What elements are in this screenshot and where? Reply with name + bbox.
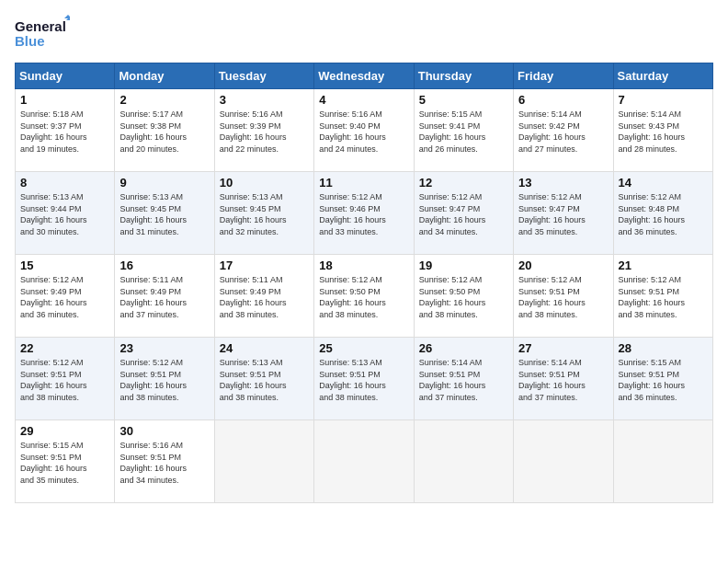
day-number: 29 xyxy=(20,424,109,438)
day-number: 5 xyxy=(419,93,508,107)
day-info: Sunrise: 5:14 AM Sunset: 9:43 PM Dayligh… xyxy=(619,109,708,155)
day-info: Sunrise: 5:16 AM Sunset: 9:51 PM Dayligh… xyxy=(119,440,209,486)
calendar-header-row: SundayMondayTuesdayWednesdayThursdayFrid… xyxy=(16,63,713,89)
calendar-cell: 23Sunrise: 5:12 AM Sunset: 9:51 PM Dayli… xyxy=(115,338,214,420)
day-number: 15 xyxy=(20,259,109,272)
day-info: Sunrise: 5:11 AM Sunset: 9:49 PM Dayligh… xyxy=(220,274,309,320)
calendar-cell: 12Sunrise: 5:12 AM Sunset: 9:47 PM Dayli… xyxy=(414,172,513,255)
day-number: 27 xyxy=(518,341,608,355)
logo: General Blue xyxy=(15,15,70,52)
day-info: Sunrise: 5:14 AM Sunset: 9:51 PM Dayligh… xyxy=(419,357,508,403)
day-info: Sunrise: 5:12 AM Sunset: 9:50 PM Dayligh… xyxy=(319,274,408,320)
logo-svg: General Blue xyxy=(15,15,70,52)
calendar-cell: 1Sunrise: 5:18 AM Sunset: 9:37 PM Daylig… xyxy=(16,89,115,172)
day-number: 28 xyxy=(619,341,708,355)
col-header-thursday: Thursday xyxy=(414,63,513,89)
day-info: Sunrise: 5:13 AM Sunset: 9:44 PM Dayligh… xyxy=(20,191,109,237)
day-info: Sunrise: 5:13 AM Sunset: 9:51 PM Dayligh… xyxy=(319,357,408,403)
calendar-cell: 10Sunrise: 5:13 AM Sunset: 9:45 PM Dayli… xyxy=(214,172,313,255)
calendar-cell: 11Sunrise: 5:12 AM Sunset: 9:46 PM Dayli… xyxy=(314,172,414,255)
calendar-cell: 3Sunrise: 5:16 AM Sunset: 9:39 PM Daylig… xyxy=(214,89,313,172)
day-number: 21 xyxy=(619,259,708,272)
day-info: Sunrise: 5:12 AM Sunset: 9:51 PM Dayligh… xyxy=(518,274,608,320)
calendar-cell: 26Sunrise: 5:14 AM Sunset: 9:51 PM Dayli… xyxy=(414,338,513,420)
calendar-cell: 8Sunrise: 5:13 AM Sunset: 9:44 PM Daylig… xyxy=(16,172,115,255)
day-number: 16 xyxy=(119,259,209,272)
day-info: Sunrise: 5:12 AM Sunset: 9:46 PM Dayligh… xyxy=(319,191,408,237)
day-info: Sunrise: 5:18 AM Sunset: 9:37 PM Dayligh… xyxy=(20,109,109,155)
calendar-cell: 5Sunrise: 5:15 AM Sunset: 9:41 PM Daylig… xyxy=(414,89,513,172)
calendar-week-3: 15Sunrise: 5:12 AM Sunset: 9:49 PM Dayli… xyxy=(16,255,713,338)
day-number: 9 xyxy=(119,176,209,190)
calendar-cell: 25Sunrise: 5:13 AM Sunset: 9:51 PM Dayli… xyxy=(314,338,414,420)
calendar-cell: 6Sunrise: 5:14 AM Sunset: 9:42 PM Daylig… xyxy=(514,89,613,172)
day-number: 19 xyxy=(419,259,508,272)
calendar-week-1: 1Sunrise: 5:18 AM Sunset: 9:37 PM Daylig… xyxy=(16,89,713,172)
calendar-cell xyxy=(613,420,712,503)
calendar-cell xyxy=(414,420,513,503)
calendar-cell xyxy=(214,420,313,503)
day-info: Sunrise: 5:15 AM Sunset: 9:51 PM Dayligh… xyxy=(619,357,708,403)
calendar-cell: 21Sunrise: 5:12 AM Sunset: 9:51 PM Dayli… xyxy=(613,255,712,338)
col-header-wednesday: Wednesday xyxy=(314,63,414,89)
calendar-week-4: 22Sunrise: 5:12 AM Sunset: 9:51 PM Dayli… xyxy=(16,338,713,420)
calendar-cell xyxy=(314,420,414,503)
day-number: 14 xyxy=(619,176,708,190)
calendar-cell: 16Sunrise: 5:11 AM Sunset: 9:49 PM Dayli… xyxy=(115,255,214,338)
calendar-cell: 28Sunrise: 5:15 AM Sunset: 9:51 PM Dayli… xyxy=(613,338,712,420)
calendar-table: SundayMondayTuesdayWednesdayThursdayFrid… xyxy=(15,63,713,503)
day-info: Sunrise: 5:17 AM Sunset: 9:38 PM Dayligh… xyxy=(119,109,209,155)
svg-text:Blue: Blue xyxy=(15,33,45,49)
day-info: Sunrise: 5:15 AM Sunset: 9:41 PM Dayligh… xyxy=(419,109,508,155)
day-info: Sunrise: 5:12 AM Sunset: 9:50 PM Dayligh… xyxy=(419,274,508,320)
day-info: Sunrise: 5:16 AM Sunset: 9:39 PM Dayligh… xyxy=(220,109,309,155)
day-info: Sunrise: 5:11 AM Sunset: 9:49 PM Dayligh… xyxy=(119,274,209,320)
day-number: 24 xyxy=(220,341,309,355)
day-info: Sunrise: 5:14 AM Sunset: 9:42 PM Dayligh… xyxy=(518,109,608,155)
col-header-sunday: Sunday xyxy=(16,63,115,89)
day-number: 26 xyxy=(419,341,508,355)
day-number: 20 xyxy=(518,259,608,272)
day-info: Sunrise: 5:12 AM Sunset: 9:47 PM Dayligh… xyxy=(518,191,608,237)
day-info: Sunrise: 5:12 AM Sunset: 9:48 PM Dayligh… xyxy=(619,191,708,237)
day-info: Sunrise: 5:12 AM Sunset: 9:51 PM Dayligh… xyxy=(119,357,209,403)
calendar-cell: 13Sunrise: 5:12 AM Sunset: 9:47 PM Dayli… xyxy=(514,172,613,255)
day-number: 11 xyxy=(319,176,408,190)
calendar-cell: 15Sunrise: 5:12 AM Sunset: 9:49 PM Dayli… xyxy=(16,255,115,338)
day-info: Sunrise: 5:12 AM Sunset: 9:47 PM Dayligh… xyxy=(419,191,508,237)
day-info: Sunrise: 5:12 AM Sunset: 9:51 PM Dayligh… xyxy=(20,357,109,403)
day-info: Sunrise: 5:14 AM Sunset: 9:51 PM Dayligh… xyxy=(518,357,608,403)
calendar-cell: 9Sunrise: 5:13 AM Sunset: 9:45 PM Daylig… xyxy=(115,172,214,255)
day-number: 23 xyxy=(119,341,209,355)
day-info: Sunrise: 5:13 AM Sunset: 9:45 PM Dayligh… xyxy=(220,191,309,237)
calendar-cell: 2Sunrise: 5:17 AM Sunset: 9:38 PM Daylig… xyxy=(115,89,214,172)
day-number: 18 xyxy=(319,259,408,272)
day-info: Sunrise: 5:12 AM Sunset: 9:51 PM Dayligh… xyxy=(619,274,708,320)
col-header-tuesday: Tuesday xyxy=(214,63,313,89)
calendar-cell: 4Sunrise: 5:16 AM Sunset: 9:40 PM Daylig… xyxy=(314,89,414,172)
calendar-cell: 17Sunrise: 5:11 AM Sunset: 9:49 PM Dayli… xyxy=(214,255,313,338)
day-number: 2 xyxy=(119,93,209,107)
day-number: 25 xyxy=(319,341,408,355)
col-header-saturday: Saturday xyxy=(613,63,712,89)
day-info: Sunrise: 5:13 AM Sunset: 9:45 PM Dayligh… xyxy=(119,191,209,237)
calendar-cell: 20Sunrise: 5:12 AM Sunset: 9:51 PM Dayli… xyxy=(514,255,613,338)
day-number: 1 xyxy=(20,93,109,107)
day-number: 8 xyxy=(20,176,109,190)
calendar-cell: 18Sunrise: 5:12 AM Sunset: 9:50 PM Dayli… xyxy=(314,255,414,338)
day-number: 13 xyxy=(518,176,608,190)
day-number: 22 xyxy=(20,341,109,355)
day-number: 12 xyxy=(419,176,508,190)
calendar-cell: 7Sunrise: 5:14 AM Sunset: 9:43 PM Daylig… xyxy=(613,89,712,172)
day-number: 10 xyxy=(220,176,309,190)
day-number: 3 xyxy=(220,93,309,107)
calendar-cell: 27Sunrise: 5:14 AM Sunset: 9:51 PM Dayli… xyxy=(514,338,613,420)
calendar-cell: 24Sunrise: 5:13 AM Sunset: 9:51 PM Dayli… xyxy=(214,338,313,420)
day-number: 17 xyxy=(220,259,309,272)
calendar-cell: 22Sunrise: 5:12 AM Sunset: 9:51 PM Dayli… xyxy=(16,338,115,420)
calendar-week-5: 29Sunrise: 5:15 AM Sunset: 9:51 PM Dayli… xyxy=(16,420,713,503)
svg-text:General: General xyxy=(15,18,66,34)
calendar-week-2: 8Sunrise: 5:13 AM Sunset: 9:44 PM Daylig… xyxy=(16,172,713,255)
day-number: 6 xyxy=(518,93,608,107)
col-header-monday: Monday xyxy=(115,63,214,89)
